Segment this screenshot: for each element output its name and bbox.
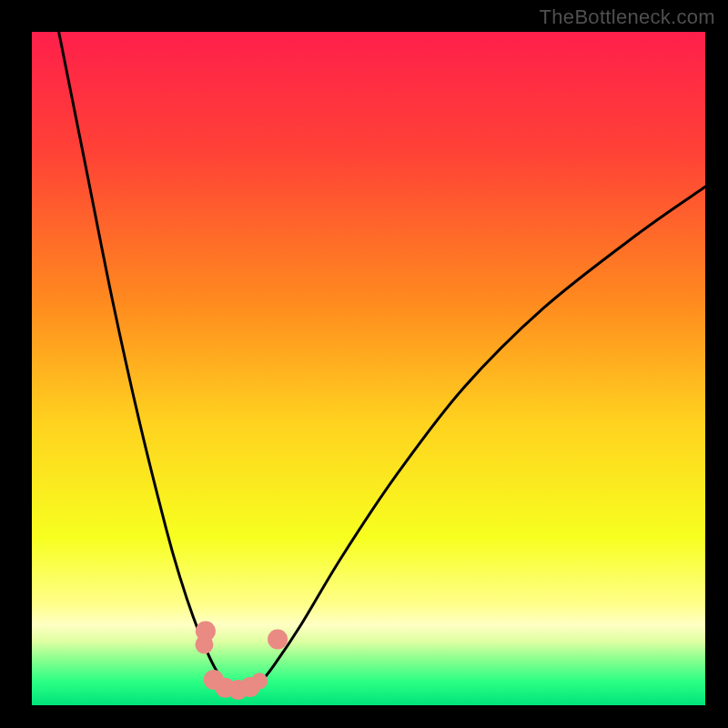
- chart-frame: TheBottleneck.com: [0, 0, 728, 728]
- bottleneck-chart: [0, 0, 728, 728]
- highlight-marker: [195, 635, 213, 653]
- plot-background: [32, 32, 705, 705]
- highlight-marker: [268, 629, 288, 649]
- highlight-marker: [251, 672, 268, 689]
- watermark-text: TheBottleneck.com: [540, 5, 715, 29]
